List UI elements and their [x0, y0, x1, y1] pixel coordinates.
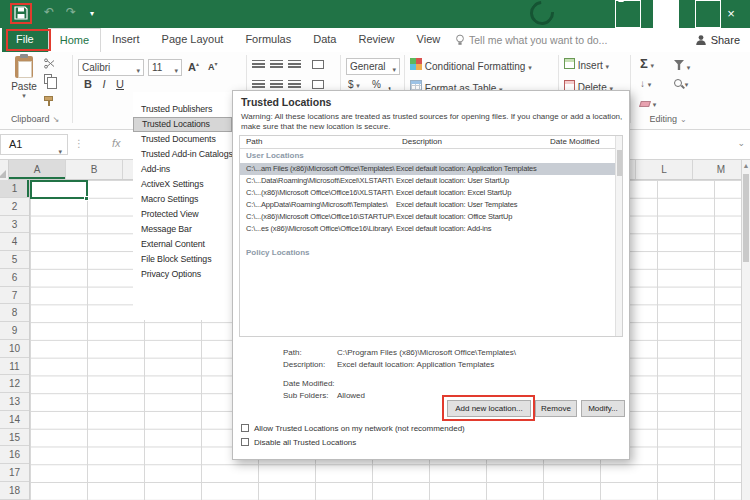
description-column-header[interactable]: Description — [402, 137, 442, 146]
ribbon-tab[interactable]: Review — [347, 28, 405, 52]
share-button[interactable]: Share — [695, 28, 740, 52]
scrollbar-thumb[interactable] — [617, 150, 622, 176]
row-header[interactable]: 11 — [0, 358, 29, 376]
trusted-location-row[interactable]: C:\...(x86)\Microsoft Office\Office16\XL… — [240, 187, 616, 199]
trusted-location-row[interactable]: C:\...es (x86)\Microsoft Office\Office16… — [240, 223, 616, 235]
trust-center-nav-item[interactable]: Trusted Documents — [133, 132, 232, 147]
trust-center-nav-item[interactable]: File Block Settings — [133, 252, 232, 267]
trust-center-nav-item[interactable]: Protected View — [133, 207, 232, 222]
accounting-format-button[interactable]: $ ▾ — [348, 79, 360, 90]
row-header[interactable]: 8 — [0, 304, 29, 322]
number-format-combo[interactable]: General▾ — [346, 58, 400, 75]
remove-button[interactable]: Remove — [535, 400, 577, 417]
ribbon-tab[interactable]: Insert — [101, 28, 151, 52]
row-header[interactable]: 9 — [0, 322, 29, 340]
qat-customize-icon[interactable]: ▾ — [90, 9, 94, 18]
ribbon-tab[interactable]: Formulas — [234, 28, 302, 52]
trust-center-nav-item[interactable]: Add-ins — [133, 162, 232, 177]
insert-cells-button[interactable]: Insert ▾ — [564, 58, 609, 71]
bold-button[interactable]: B — [82, 78, 94, 90]
wrap-text-button[interactable] — [312, 60, 324, 71]
conditional-formatting-button[interactable]: Conditional Formatting ▾ — [410, 58, 532, 72]
clear-button[interactable]: ▾ — [640, 98, 656, 109]
row-header[interactable]: 17 — [0, 464, 29, 482]
ribbon-tab[interactable]: View — [406, 28, 452, 52]
row-header[interactable]: 13 — [0, 393, 29, 411]
find-select-button[interactable]: ▾ — [674, 78, 688, 89]
row-header[interactable]: 1 — [0, 180, 29, 198]
column-header[interactable]: A — [9, 160, 66, 179]
insert-function-button[interactable]: fx — [112, 137, 121, 149]
sort-filter-button[interactable]: ▾ — [674, 60, 690, 72]
copy-button[interactable] — [44, 74, 58, 87]
grow-font-button[interactable]: A▴ — [188, 60, 199, 73]
column-header[interactable]: B — [66, 160, 123, 179]
row-header[interactable]: 12 — [0, 375, 29, 393]
underline-button[interactable]: U — [114, 78, 126, 90]
trusted-location-row[interactable]: C:\...Data\Roaming\Microsoft\Excel\XLSTA… — [240, 175, 616, 187]
row-header[interactable]: 3 — [0, 216, 29, 234]
vertical-scrollbar[interactable]: ▲ — [741, 160, 750, 500]
ribbon-tab[interactable]: Data — [302, 28, 347, 52]
row-header[interactable]: 6 — [0, 269, 29, 287]
trust-center-nav-item[interactable]: Trusted Publishers — [133, 102, 232, 117]
modify-button[interactable]: Modify... — [581, 400, 625, 417]
row-header[interactable]: 5 — [0, 251, 29, 269]
row-header[interactable]: 2 — [0, 198, 29, 216]
percent-style-button[interactable]: % — [372, 79, 381, 90]
scrollbar-thumb[interactable] — [743, 174, 749, 262]
row-header[interactable]: 4 — [0, 233, 29, 251]
scroll-up-icon[interactable]: ▲ — [742, 162, 750, 169]
trust-center-nav-item[interactable]: Macro Settings — [133, 192, 232, 207]
expand-formula-bar-icon[interactable]: ⌄ — [737, 138, 745, 148]
trust-center-nav-item[interactable]: ActiveX Settings — [133, 177, 232, 192]
trusted-location-row[interactable]: C:\...am Files (x86)\Microsoft Office\Te… — [240, 163, 616, 175]
shrink-font-button[interactable]: A▾ — [208, 60, 218, 72]
minimize-button[interactable] — [640, 0, 666, 28]
row-header[interactable]: 7 — [0, 287, 29, 305]
column-header[interactable]: L — [636, 160, 693, 179]
dialog-launcher-icon[interactable]: ↘ — [52, 115, 59, 124]
list-scrollbar[interactable] — [615, 136, 622, 336]
paste-button[interactable]: Paste ▾ — [8, 56, 40, 112]
disable-all-trusted-locations-checkbox[interactable]: Disable all Trusted Locations — [241, 438, 356, 448]
font-name-combo[interactable]: Calibri▾ — [78, 59, 144, 76]
row-header[interactable]: 16 — [0, 446, 29, 464]
italic-button[interactable]: I — [98, 78, 110, 90]
align-top-button[interactable] — [252, 60, 265, 71]
redo-icon[interactable]: ↷ — [66, 5, 76, 19]
name-box[interactable]: A1▾ — [0, 134, 68, 155]
tell-me-box[interactable]: Tell me what you want to do... — [455, 28, 607, 54]
trust-center-nav-item[interactable]: Privacy Options — [133, 267, 232, 282]
font-size-combo[interactable]: 11▾ — [148, 59, 182, 76]
format-painter-button[interactable] — [44, 92, 58, 105]
align-middle-button[interactable] — [270, 60, 283, 71]
row-header[interactable]: 10 — [0, 340, 29, 358]
allow-network-locations-checkbox[interactable]: Allow Trusted Locations on my network (n… — [241, 424, 465, 434]
selected-cell-a1[interactable] — [30, 180, 88, 199]
fill-button[interactable]: ↓ ▾ — [640, 78, 651, 89]
date-modified-column-header[interactable]: Date Modified — [550, 137, 599, 146]
ribbon-tab[interactable]: Page Layout — [151, 28, 235, 52]
formula-bar-divider[interactable]: ⋮ — [74, 138, 84, 149]
trusted-location-row[interactable]: C:\...AppData\Roaming\Microsoft\Template… — [240, 199, 616, 211]
trust-center-nav-item[interactable]: Trusted Locations — [133, 117, 232, 132]
path-column-header[interactable]: Path — [246, 137, 262, 146]
select-all-corner[interactable] — [0, 160, 9, 180]
undo-icon[interactable]: ↶ — [44, 5, 54, 19]
ribbon-tab[interactable]: Home — [48, 28, 101, 52]
ribbon-display-options-icon[interactable] — [602, 0, 628, 28]
cut-button[interactable] — [44, 58, 58, 71]
trust-center-nav-item[interactable]: Message Bar — [133, 222, 232, 237]
fill-handle[interactable] — [84, 196, 89, 201]
close-button[interactable]: × — [718, 0, 744, 28]
trusted-location-row[interactable]: C:\...(x86)\Microsoft Office\Office16\ST… — [240, 211, 616, 223]
autosum-button[interactable]: Σ ▾ — [640, 56, 654, 71]
row-header[interactable]: 18 — [0, 482, 29, 500]
row-header[interactable]: 15 — [0, 429, 29, 447]
row-header[interactable]: 14 — [0, 411, 29, 429]
trust-center-nav-item[interactable]: Trusted Add-in Catalogs — [133, 147, 232, 162]
trust-center-nav-item[interactable]: External Content — [133, 237, 232, 252]
align-bottom-button[interactable] — [288, 60, 301, 71]
maximize-button[interactable] — [682, 0, 708, 28]
